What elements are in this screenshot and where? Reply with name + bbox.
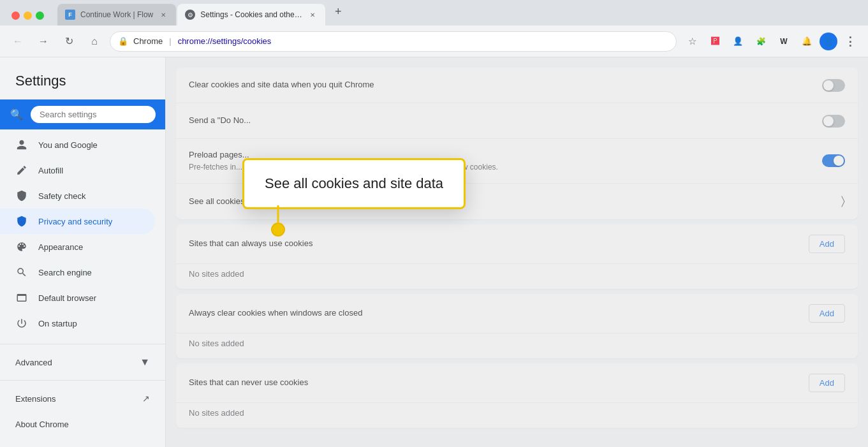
sidebar-item-label-browser: Default browser: [38, 293, 96, 303]
settings-search-bar: 🔍: [0, 99, 165, 129]
always-cookies-label: Sites that can always use cookies: [189, 238, 801, 249]
never-cookies-no-sites: No sites added: [176, 403, 858, 428]
clear-cookies-toggle[interactable]: [822, 79, 845, 92]
do-not-track-toggle[interactable]: [822, 115, 845, 128]
account-icon[interactable]: 👤: [728, 31, 748, 52]
sidebar-item-label-safety: Safety check: [38, 191, 85, 201]
never-cookies-section: Sites that can never use cookies Add No …: [176, 363, 858, 428]
home-button[interactable]: ⌂: [84, 31, 105, 52]
advanced-label: Advanced: [15, 358, 135, 367]
never-cookies-add-button[interactable]: Add: [809, 374, 845, 392]
always-clear-section: Always clear cookies when windows are cl…: [176, 294, 858, 358]
sidebar-item-label-startup: On startup: [38, 319, 77, 328]
tab-flow[interactable]: F Continue Work | Flow ✕: [57, 4, 176, 26]
search-icon: 🔍: [10, 108, 23, 121]
palette-icon: [15, 240, 28, 253]
sidebar-item-autofill[interactable]: Autofill: [0, 158, 155, 183]
sidebar-item-label-privacy: Privacy and security: [38, 217, 112, 226]
chevron-down-icon: ▼: [140, 356, 150, 368]
tab-settings-close[interactable]: ✕: [307, 10, 318, 20]
close-traffic-light[interactable]: [11, 11, 20, 20]
always-cookies-title: Sites that can always use cookies: [189, 238, 801, 249]
person-icon: [15, 138, 28, 151]
address-domain: Chrome: [133, 36, 163, 46]
power-icon: [15, 317, 28, 330]
sidebar-item-search-engine[interactable]: Search engine: [0, 260, 155, 285]
callout-arrow: [268, 205, 288, 234]
sidebar-item-label-autofill: Autofill: [38, 166, 63, 175]
advanced-section[interactable]: Advanced ▼: [0, 349, 165, 375]
sidebar-item-label-you-google: You and Google: [38, 140, 98, 150]
extensions-icon[interactable]: 🧩: [751, 31, 771, 52]
clear-cookies-info: Clear cookies and site data when you qui…: [189, 79, 814, 91]
never-cookies-header: Sites that can never use cookies Add: [176, 363, 858, 403]
sidebar-item-label-search: Search engine: [38, 268, 92, 277]
sidebar-item-you-and-google[interactable]: You and Google: [0, 132, 155, 158]
back-button[interactable]: ←: [8, 31, 28, 52]
reload-button[interactable]: ↻: [59, 31, 79, 52]
autofill-icon: [15, 164, 28, 177]
callout-text: See all cookies and site data: [265, 175, 443, 191]
new-tab-button[interactable]: +: [329, 3, 347, 20]
always-clear-title: Always clear cookies when windows are cl…: [189, 307, 801, 319]
about-chrome-label: About Chrome: [15, 420, 69, 429]
always-cookies-add-button[interactable]: Add: [809, 235, 845, 253]
settings-title: Settings: [0, 62, 165, 99]
shield-blue-icon: [15, 215, 28, 228]
always-clear-no-sites: No sites added: [176, 333, 858, 358]
external-link-icon: ↗: [142, 393, 150, 404]
sidebar-item-privacy-security[interactable]: Privacy and security: [0, 209, 155, 234]
sidebar-item-label-appearance: Appearance: [38, 242, 83, 252]
chevron-right-icon: 〉: [841, 194, 845, 208]
settings-tab-icon: ⚙: [185, 10, 195, 20]
do-not-track-title: Send a "Do No...: [189, 115, 814, 126]
callout-popup: See all cookies and site data: [242, 158, 466, 209]
security-icon: 🔒: [118, 36, 128, 46]
always-clear-label: Always clear cookies when windows are cl…: [189, 307, 801, 319]
flow-tab-icon: F: [65, 10, 75, 20]
extensions-label: Extensions: [15, 394, 137, 404]
always-clear-add-button[interactable]: Add: [809, 304, 845, 323]
extensions-item[interactable]: Extensions ↗: [0, 386, 165, 411]
do-not-track-item[interactable]: Send a "Do No...: [176, 103, 858, 139]
tab-settings-title: Settings - Cookies and other s...: [200, 10, 302, 19]
bookmark-icon[interactable]: ☆: [682, 31, 702, 52]
shield-icon: [15, 189, 28, 202]
address-separator: |: [169, 36, 171, 46]
sidebar-item-appearance[interactable]: Appearance: [0, 234, 155, 260]
minimize-traffic-light[interactable]: [24, 11, 32, 20]
maximize-traffic-light[interactable]: [36, 11, 44, 20]
sidebar-item-on-startup[interactable]: On startup: [0, 311, 155, 336]
always-clear-header: Always clear cookies when windows are cl…: [176, 294, 858, 333]
never-cookies-title: Sites that can never use cookies: [189, 377, 801, 388]
search-input[interactable]: [31, 106, 156, 123]
never-cookies-label: Sites that can never use cookies: [189, 377, 801, 388]
browser-icon: [15, 291, 28, 304]
tab-flow-title: Continue Work | Flow: [80, 10, 153, 19]
sidebar-item-safety-check[interactable]: Safety check: [0, 183, 155, 209]
tab-settings[interactable]: ⚙ Settings - Cookies and other s... ✕: [177, 4, 325, 26]
address-url: chrome://settings/cookies: [178, 36, 272, 46]
pocket-icon[interactable]: 🅿: [705, 31, 725, 52]
clear-cookies-title: Clear cookies and site data when you qui…: [189, 79, 814, 91]
sidebar-item-default-browser[interactable]: Default browser: [0, 285, 155, 311]
forward-button[interactable]: →: [33, 31, 54, 52]
search-icon-sidebar: [15, 266, 28, 279]
menu-icon[interactable]: ⋮: [840, 31, 860, 52]
about-chrome-item[interactable]: About Chrome: [0, 411, 165, 437]
always-cookies-no-sites: No sites added: [176, 264, 858, 289]
do-not-track-info: Send a "Do No...: [189, 115, 814, 126]
w-extension-icon[interactable]: W: [774, 31, 794, 52]
tab-flow-close[interactable]: ✕: [158, 10, 168, 20]
notification-icon[interactable]: 🔔: [797, 31, 817, 52]
preload-toggle[interactable]: [822, 154, 845, 167]
profile-button[interactable]: 👤: [820, 33, 837, 50]
content-area: Clear cookies and site data when you qui…: [166, 57, 868, 447]
clear-cookies-item[interactable]: Clear cookies and site data when you qui…: [176, 68, 858, 103]
svg-point-0: [272, 223, 284, 236]
